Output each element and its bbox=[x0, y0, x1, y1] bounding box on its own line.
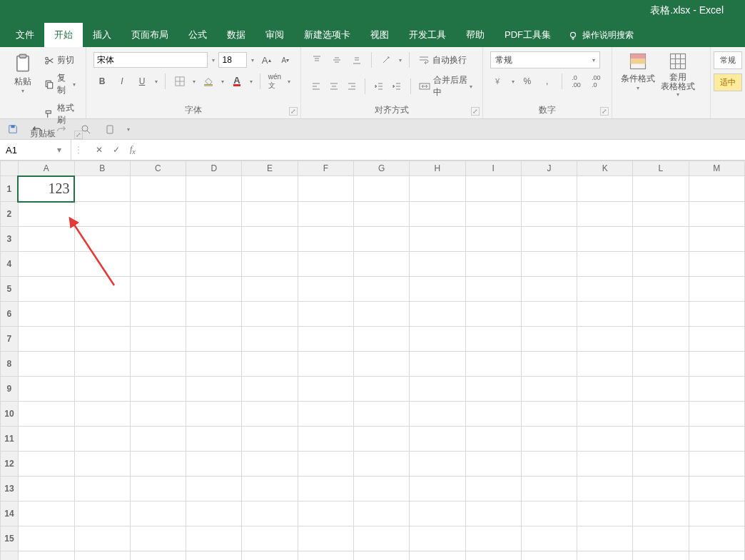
cell[interactable] bbox=[130, 377, 186, 402]
insert-function-button[interactable]: fx bbox=[130, 144, 136, 156]
tab-formulas[interactable]: 公式 bbox=[178, 23, 217, 47]
cell[interactable] bbox=[633, 452, 689, 477]
cell[interactable] bbox=[577, 352, 633, 377]
tab-developer[interactable]: 开发工具 bbox=[399, 23, 456, 47]
cell[interactable] bbox=[577, 526, 633, 551]
cell[interactable] bbox=[186, 452, 242, 477]
cell[interactable] bbox=[242, 477, 298, 502]
cell[interactable] bbox=[521, 352, 577, 377]
cell[interactable] bbox=[18, 227, 74, 252]
cell[interactable] bbox=[689, 302, 744, 327]
cell[interactable] bbox=[74, 502, 130, 526]
cell[interactable] bbox=[410, 402, 465, 427]
cell[interactable] bbox=[577, 302, 633, 327]
cell[interactable] bbox=[353, 352, 409, 377]
cell[interactable] bbox=[633, 477, 689, 502]
font-name-combo[interactable] bbox=[93, 52, 208, 68]
cell[interactable] bbox=[242, 402, 298, 427]
cell[interactable] bbox=[353, 477, 409, 502]
col-header-B[interactable]: B bbox=[74, 161, 130, 176]
cell[interactable] bbox=[465, 352, 521, 377]
cell[interactable] bbox=[633, 551, 689, 561]
row-header-2[interactable]: 2 bbox=[1, 202, 19, 227]
cell[interactable] bbox=[689, 176, 744, 202]
cell[interactable] bbox=[130, 202, 186, 227]
cell[interactable] bbox=[242, 352, 298, 377]
cell[interactable] bbox=[633, 176, 689, 202]
align-center-button[interactable] bbox=[326, 78, 341, 95]
cell[interactable] bbox=[353, 302, 409, 327]
cell[interactable] bbox=[465, 526, 521, 551]
cell[interactable] bbox=[633, 526, 689, 551]
accounting-format-button[interactable]: ¥ bbox=[490, 73, 507, 90]
row-header-6[interactable]: 6 bbox=[1, 302, 19, 327]
cell[interactable] bbox=[74, 202, 130, 227]
row-header-12[interactable]: 12 bbox=[1, 452, 19, 477]
cell[interactable] bbox=[465, 477, 521, 502]
cell[interactable] bbox=[353, 502, 409, 526]
tab-new-tab[interactable]: 新建选项卡 bbox=[294, 23, 360, 47]
cell[interactable] bbox=[465, 202, 521, 227]
cell[interactable] bbox=[410, 302, 465, 327]
cell[interactable] bbox=[186, 277, 242, 302]
cell[interactable] bbox=[130, 176, 186, 202]
cell[interactable] bbox=[130, 427, 186, 452]
copy-button[interactable]: 复制 ▾ bbox=[41, 71, 78, 98]
tab-insert[interactable]: 插入 bbox=[83, 23, 121, 47]
cell[interactable] bbox=[74, 526, 130, 551]
fill-color-button[interactable] bbox=[200, 73, 217, 90]
cell[interactable] bbox=[410, 427, 465, 452]
cell[interactable] bbox=[298, 526, 353, 551]
cell[interactable] bbox=[130, 352, 186, 377]
cell[interactable] bbox=[577, 277, 633, 302]
cell[interactable] bbox=[689, 377, 744, 402]
cell[interactable] bbox=[633, 252, 689, 277]
cell[interactable] bbox=[410, 227, 465, 252]
cell[interactable] bbox=[353, 327, 409, 352]
name-box-input[interactable] bbox=[4, 144, 57, 156]
name-box[interactable]: ▾ bbox=[0, 140, 71, 160]
row-header-11[interactable]: 11 bbox=[1, 427, 19, 452]
phonetic-dropdown[interactable]: ▾ bbox=[286, 78, 292, 85]
tab-review[interactable]: 审阅 bbox=[255, 23, 294, 47]
cell[interactable] bbox=[465, 377, 521, 402]
bold-button[interactable]: B bbox=[93, 73, 111, 90]
cell[interactable] bbox=[521, 202, 577, 227]
cell[interactable] bbox=[186, 477, 242, 502]
cell[interactable] bbox=[633, 202, 689, 227]
cell[interactable] bbox=[186, 551, 242, 561]
tab-home[interactable]: 开始 bbox=[44, 23, 83, 47]
cell[interactable] bbox=[186, 526, 242, 551]
cell[interactable] bbox=[521, 502, 577, 526]
cell-A1[interactable]: 123 bbox=[18, 176, 74, 202]
cell[interactable] bbox=[74, 302, 130, 327]
border-button[interactable] bbox=[171, 73, 188, 90]
cell[interactable] bbox=[689, 277, 744, 302]
row-header-3[interactable]: 3 bbox=[1, 227, 19, 252]
cut-button[interactable]: 剪切 bbox=[41, 53, 78, 68]
orientation-dropdown[interactable]: ▾ bbox=[397, 57, 403, 63]
col-header-D[interactable]: D bbox=[186, 161, 242, 176]
row-header-10[interactable]: 10 bbox=[1, 402, 19, 427]
name-box-dropdown[interactable]: ▾ bbox=[57, 145, 61, 155]
cell[interactable] bbox=[18, 277, 74, 302]
cell[interactable] bbox=[633, 277, 689, 302]
cell[interactable] bbox=[186, 402, 242, 427]
cell[interactable] bbox=[74, 477, 130, 502]
col-header-A[interactable]: A bbox=[18, 161, 74, 176]
cell[interactable] bbox=[689, 252, 744, 277]
cell[interactable] bbox=[186, 202, 242, 227]
cell[interactable] bbox=[74, 377, 130, 402]
cell[interactable] bbox=[577, 202, 633, 227]
cell[interactable] bbox=[577, 551, 633, 561]
merge-center-button[interactable]: 合并后居中 ▾ bbox=[416, 73, 475, 100]
formula-input[interactable] bbox=[146, 145, 745, 156]
cell[interactable] bbox=[577, 327, 633, 352]
cell[interactable] bbox=[130, 452, 186, 477]
cell[interactable] bbox=[186, 427, 242, 452]
style-normal[interactable]: 常规 bbox=[714, 51, 742, 69]
cell[interactable] bbox=[130, 327, 186, 352]
cell[interactable] bbox=[242, 327, 298, 352]
cell[interactable] bbox=[298, 202, 353, 227]
tab-data[interactable]: 数据 bbox=[217, 23, 255, 47]
